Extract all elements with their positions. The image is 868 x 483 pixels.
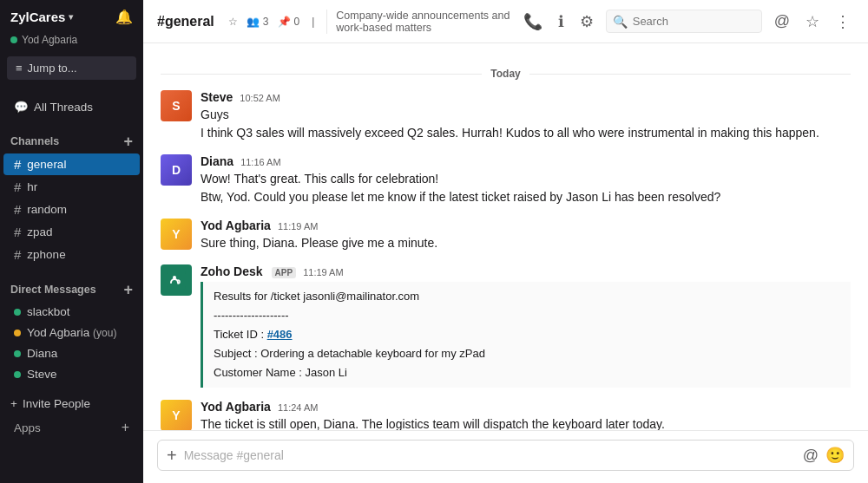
sidebar-item-random[interactable]: # random [3,199,140,220]
apps-label: Apps [14,421,41,434]
phone-icon[interactable]: 📞 [520,9,546,35]
dm-slackbot[interactable]: slackbot [3,302,140,322]
separator: | [308,12,318,31]
workspace-name[interactable]: ZylCares ▾ [10,10,73,24]
star-icon: ☆ [228,16,238,28]
message-group-zoho: Zoho Desk APP 11:19 AM Results for /tick… [161,264,851,388]
message-group-steve: S Steve 10:52 AM Guys I think Q3 sales w… [161,90,851,142]
members-button[interactable]: 👥 3 [247,16,269,28]
hash-icon: # [14,157,21,172]
zoho-customer: Customer Name : Jason Li [214,363,840,382]
ticket-id-link[interactable]: #486 [267,328,293,341]
invite-people-label: Invite People [23,397,90,410]
all-threads-label: All Threads [34,101,93,114]
workspace-caret-icon: ▾ [69,12,73,22]
info-icon[interactable]: ℹ [555,9,568,35]
sidebar-item-all-threads[interactable]: 💬 All Threads [3,96,140,117]
message-header-diana1: Diana 11:16 AM [201,154,851,168]
zoho-card: Results for /ticket jasonli@mailinator.c… [201,282,851,388]
message-header-yod1: Yod Agbaria 11:19 AM [201,219,851,232]
message-content-diana1: Diana 11:16 AM Wow! That's great. This c… [201,154,851,206]
search-input[interactable] [606,10,762,33]
bell-icon[interactable]: 🔔 [115,9,133,25]
msg-diana1-line2: Btw, Yod. Could you please let me know i… [201,188,851,206]
dm-diana[interactable]: Diana [3,343,140,363]
date-label: Today [490,68,520,80]
message-group-yod2: Y Yod Agbaria 11:24 AM The ticket is sti… [161,400,851,430]
zoho-ticket-id: Ticket ID : #486 [214,325,840,344]
more-icon[interactable]: ⋮ [832,9,854,35]
all-threads-section: 💬 All Threads [0,95,143,118]
avatar-yod2: Y [161,400,192,430]
message-input-wrapper: + @ 🙂 [157,440,854,471]
timestamp-yod1: 11:19 AM [278,221,318,232]
sender-yod1: Yod Agbaria [201,219,271,232]
dm-dot-steve [14,371,21,378]
channel-general-label: general [27,158,66,171]
dm-slackbot-label: slackbot [27,305,70,318]
channel-hr-label: hr [27,180,37,193]
jump-to-label: Jump to... [28,62,77,75]
msg-diana1-line1: Wow! That's great. This calls for celebr… [201,170,851,188]
add-attachment-button[interactable]: + [167,447,177,464]
sender-zoho: Zoho Desk [201,264,263,278]
threads-icon: 💬 [14,100,29,114]
zoho-divider: -------------------- [214,306,840,325]
msg-yod1-line1: Sure thing, Diana. Please give me a minu… [201,234,851,252]
sidebar-item-general[interactable]: # general [3,153,140,175]
msg-steve-line2: I think Q3 sales will massively exceed Q… [201,124,851,142]
at-mention-icon[interactable]: @ [803,447,819,465]
pins-count: 0 [294,16,300,28]
sender-diana1: Diana [201,154,233,168]
hash-icon: # [14,179,21,194]
dm-dot-slackbot [14,309,21,316]
sidebar-item-zpad[interactable]: # zpad [3,221,140,243]
pins-button[interactable]: 📌 0 [278,16,300,28]
bookmark-icon[interactable]: ☆ [802,9,823,35]
add-apps-icon[interactable]: + [122,420,129,435]
invite-people-button[interactable]: + Invite People [0,392,143,415]
emoji-icon[interactable]: 🙂 [825,446,845,465]
zoho-subject: Subject : Ordering a detachable keyboard… [214,344,840,363]
hash-icon: # [14,247,21,262]
channel-zphone-label: zphone [27,248,65,261]
at-icon[interactable]: @ [771,9,793,34]
topbar-meta: ☆ 👥 3 📌 0 | Company-wide announcements a… [228,10,513,34]
message-input[interactable] [184,448,796,462]
sidebar-item-zphone[interactable]: # zphone [3,244,140,265]
settings-icon[interactable]: ⚙ [576,9,597,35]
timestamp-diana1: 11:16 AM [240,157,280,167]
dm-label: Direct Messages [10,284,96,296]
timestamp-yod2: 11:24 AM [278,402,318,413]
sidebar-item-hr[interactable]: # hr [3,176,140,198]
dm-yod-label: Yod Agbaria (you) [27,326,116,339]
dm-steve[interactable]: Steve [3,364,140,384]
avatar-yod1: Y [161,219,192,250]
sidebar: ZylCares ▾ 🔔 Yod Agbaria ≡ Jump to... 💬 … [0,0,143,483]
members-icon: 👥 [247,16,260,28]
avatar-steve: S [161,90,192,121]
channel-title: #general [157,14,214,29]
channel-random-label: random [27,203,67,216]
message-header-zoho: Zoho Desk APP 11:19 AM [201,264,851,278]
dm-dot-diana [14,350,21,357]
channels-section: Channels + # general # hr # random # zpa… [0,130,143,266]
topbar: #general ☆ 👥 3 📌 0 | Company-wide announ… [143,0,868,43]
app-badge: APP [272,267,297,278]
dm-yod[interactable]: Yod Agbaria (you) [3,323,140,343]
add-dm-icon[interactable]: + [123,282,133,297]
channels-header[interactable]: Channels + [0,130,143,153]
star-button[interactable]: ☆ [228,16,238,28]
add-channel-icon[interactable]: + [123,134,133,149]
search-wrapper: 🔍 [606,10,762,33]
status-dot [10,36,17,43]
hash-icon: # [14,225,21,239]
apps-section[interactable]: Apps + [3,416,140,439]
sender-steve: Steve [201,90,233,104]
dm-header[interactable]: Direct Messages + [0,278,143,301]
msg-yod2-line1: The ticket is still open, Diana. The log… [201,415,851,430]
message-content-yod2: Yod Agbaria 11:24 AM The ticket is still… [201,400,851,430]
jump-to-button[interactable]: ≡ Jump to... [7,56,136,80]
message-header-steve: Steve 10:52 AM [201,90,851,104]
sender-yod2: Yod Agbaria [201,400,271,414]
